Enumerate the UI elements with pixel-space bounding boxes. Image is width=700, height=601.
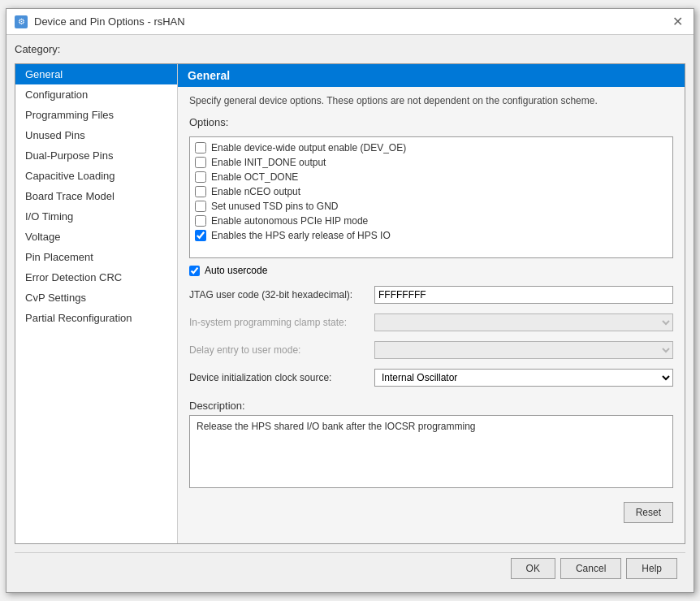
option-dev-oe-label: Enable device-wide output enable (DEV_OE… xyxy=(211,142,406,153)
option-dev-oe-checkbox[interactable] xyxy=(195,142,206,153)
options-box: Enable device-wide output enable (DEV_OE… xyxy=(189,136,673,258)
sidebar: GeneralConfigurationProgramming FilesUnu… xyxy=(15,64,178,543)
category-label: Category: xyxy=(15,43,685,55)
close-button[interactable]: ✕ xyxy=(669,14,685,30)
option-init-done: Enable INIT_DONE output xyxy=(190,155,672,170)
panel-description: Specify general device options. These op… xyxy=(189,95,673,106)
dialog-icon: ⚙ xyxy=(15,15,28,28)
sidebar-item-dual-purpose-pins[interactable]: Dual-Purpose Pins xyxy=(15,145,177,166)
sidebar-item-capacitive-loading[interactable]: Capacitive Loading xyxy=(15,166,177,186)
sidebar-item-programming-files[interactable]: Programming Files xyxy=(15,105,177,125)
cancel-button[interactable]: Cancel xyxy=(560,558,621,579)
sidebar-item-error-detection-crc[interactable]: Error Detection CRC xyxy=(15,267,177,288)
dialog-footer: OK Cancel Help xyxy=(15,552,685,584)
panel-header: General xyxy=(178,64,685,87)
sidebar-item-io-timing[interactable]: I/O Timing xyxy=(15,206,177,227)
option-nceo-label: Enable nCEO output xyxy=(211,186,300,197)
option-pcie-hip-checkbox[interactable] xyxy=(195,215,206,227)
delay-row: Delay entry to user mode: xyxy=(189,341,673,359)
jtag-row: JTAG user code (32-bit hexadecimal): xyxy=(189,286,673,304)
option-hps-io-label: Enables the HPS early release of HPS IO xyxy=(211,230,391,241)
main-panel: General Specify general device options. … xyxy=(178,64,685,543)
clamp-row: In-system programming clamp state: xyxy=(189,313,673,331)
content-area: GeneralConfigurationProgramming FilesUnu… xyxy=(15,63,685,544)
option-hps-io: Enables the HPS early release of HPS IO xyxy=(190,228,672,243)
clock-select[interactable]: Internal Oscillator External Clock xyxy=(374,369,673,387)
sidebar-item-general[interactable]: General xyxy=(15,64,177,84)
dialog-window: ⚙ Device and Pin Options - rsHAN ✕ Categ… xyxy=(6,8,694,593)
clamp-label: In-system programming clamp state: xyxy=(189,317,368,328)
panel-content: Specify general device options. These op… xyxy=(178,87,685,543)
description-section: Description: Release the HPS shared I/O … xyxy=(189,400,673,491)
option-nceo-checkbox[interactable] xyxy=(195,186,206,197)
dialog-body: Category: GeneralConfigurationProgrammin… xyxy=(6,35,694,592)
reset-row: Reset xyxy=(189,502,673,523)
auto-usercode-row: Auto usercode xyxy=(189,265,673,276)
help-button[interactable]: Help xyxy=(626,558,677,579)
option-oct-done-label: Enable OCT_DONE xyxy=(211,171,298,183)
title-bar: ⚙ Device and Pin Options - rsHAN ✕ xyxy=(6,9,694,35)
auto-usercode-checkbox[interactable] xyxy=(189,266,200,276)
sidebar-item-voltage[interactable]: Voltage xyxy=(15,227,177,247)
option-init-done-label: Enable INIT_DONE output xyxy=(211,157,326,168)
option-nceo: Enable nCEO output xyxy=(190,184,672,199)
option-dev-oe: Enable device-wide output enable (DEV_OE… xyxy=(190,141,672,155)
option-pcie-hip: Enable autonomous PCIe HIP mode xyxy=(190,214,672,228)
reset-button[interactable]: Reset xyxy=(624,502,673,523)
jtag-label: JTAG user code (32-bit hexadecimal): xyxy=(189,289,368,300)
title-bar-left: ⚙ Device and Pin Options - rsHAN xyxy=(15,15,185,28)
sidebar-item-partial-reconfiguration[interactable]: Partial Reconfiguration xyxy=(15,308,177,328)
clock-row: Device initialization clock source: Inte… xyxy=(189,369,673,387)
auto-usercode-label: Auto usercode xyxy=(205,265,267,276)
option-pcie-hip-label: Enable autonomous PCIe HIP mode xyxy=(211,215,368,227)
ok-button[interactable]: OK xyxy=(511,558,555,579)
clamp-select[interactable] xyxy=(374,313,673,331)
description-label: Description: xyxy=(189,400,673,412)
option-tsd-gnd: Set unused TSD pins to GND xyxy=(190,199,672,214)
dialog-title: Device and Pin Options - rsHAN xyxy=(34,15,185,28)
sidebar-item-pin-placement[interactable]: Pin Placement xyxy=(15,247,177,267)
sidebar-item-board-trace-model[interactable]: Board Trace Model xyxy=(15,186,177,206)
option-tsd-gnd-label: Set unused TSD pins to GND xyxy=(211,201,339,212)
jtag-input[interactable] xyxy=(374,286,673,304)
option-tsd-gnd-checkbox[interactable] xyxy=(195,201,206,212)
option-init-done-checkbox[interactable] xyxy=(195,157,206,168)
options-label: Options: xyxy=(189,116,673,128)
sidebar-item-configuration[interactable]: Configuration xyxy=(15,84,177,105)
option-oct-done: Enable OCT_DONE xyxy=(190,170,672,184)
description-box[interactable]: Release the HPS shared I/O bank after th… xyxy=(189,415,673,488)
delay-label: Delay entry to user mode: xyxy=(189,344,368,356)
sidebar-item-cvp-settings[interactable]: CvP Settings xyxy=(15,288,177,308)
clock-label: Device initialization clock source: xyxy=(189,372,368,383)
delay-select[interactable] xyxy=(374,341,673,359)
option-oct-done-checkbox[interactable] xyxy=(195,171,206,183)
sidebar-item-unused-pins[interactable]: Unused Pins xyxy=(15,125,177,145)
option-hps-io-checkbox[interactable] xyxy=(195,230,206,241)
